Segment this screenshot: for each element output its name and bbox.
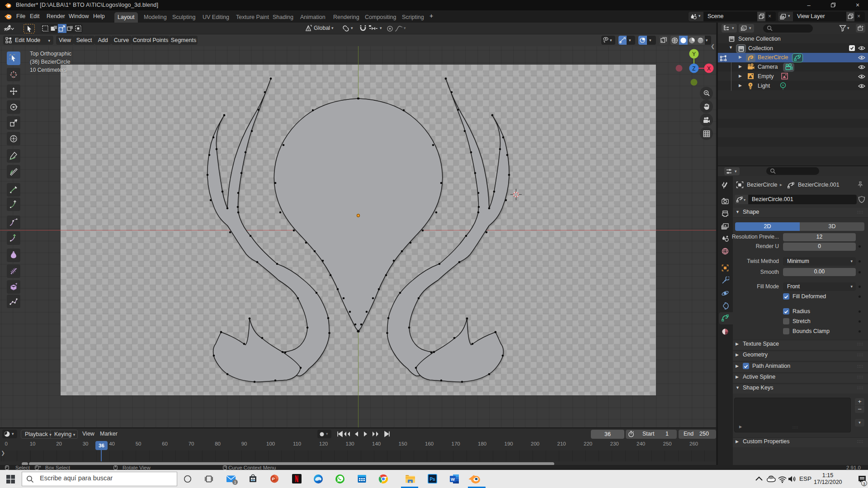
svg-text:P: P	[272, 476, 275, 481]
svg-text:Y: Y	[692, 51, 696, 57]
svg-text:W: W	[451, 477, 455, 482]
svg-text:Z: Z	[692, 66, 695, 72]
svg-text:Ps: Ps	[429, 477, 435, 482]
svg-text:X: X	[707, 66, 711, 72]
